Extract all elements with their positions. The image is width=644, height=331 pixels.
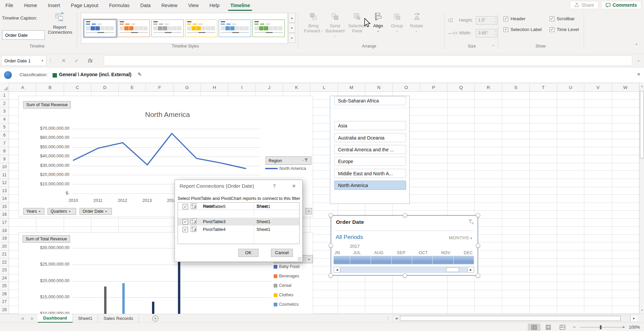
legend-field-button[interactable]: Region: [266, 156, 311, 165]
row-header[interactable]: 20: [0, 242, 9, 250]
tab-scroll-splitter[interactable]: ⋮: [386, 315, 390, 322]
gallery-more-button[interactable]: ▼: [288, 33, 295, 43]
column-header[interactable]: V: [584, 83, 612, 91]
row-header[interactable]: 26: [0, 290, 9, 298]
comments-button[interactable]: Comments: [601, 1, 641, 9]
vertical-scroll-thumb[interactable]: [640, 91, 644, 158]
sheet-tab[interactable]: Dashboard: [38, 314, 73, 323]
slicer-item[interactable]: Europe: [334, 157, 406, 166]
row-header[interactable]: 13: [0, 187, 9, 195]
column-header[interactable]: D: [91, 83, 119, 91]
resize-handle[interactable]: [329, 243, 333, 248]
row-header[interactable]: 3: [0, 108, 9, 116]
ribbon-tab[interactable]: Insert: [42, 0, 65, 11]
column-header[interactable]: L: [310, 83, 338, 91]
row-header[interactable]: 4: [0, 116, 9, 124]
slicer-item[interactable]: Australia and Oceania: [334, 133, 406, 142]
row-header[interactable]: 10: [0, 163, 9, 171]
timeline-style-1[interactable]: [84, 20, 116, 37]
row-header[interactable]: 17: [0, 219, 9, 227]
timeline-selected-range[interactable]: [334, 256, 474, 264]
axis-field-button-years[interactable]: Years▾: [23, 208, 44, 215]
scroll-down-icon[interactable]: ▼: [640, 307, 644, 314]
pivottable-row[interactable]: ✓ PivotTable3 Sheet1: [178, 218, 299, 225]
dialog-resize-grip[interactable]: [298, 257, 302, 261]
zoom-slider-thumb[interactable]: [600, 325, 602, 329]
name-box-caret-icon[interactable]: ▾: [41, 59, 43, 62]
scroll-up-icon[interactable]: ▲: [640, 83, 644, 90]
column-header[interactable]: I: [228, 83, 255, 91]
show-checkbox[interactable]: ✓ Selection Label: [503, 27, 550, 32]
timeline-style-3[interactable]: [151, 20, 184, 37]
column-header[interactable]: P: [420, 83, 447, 91]
insert-function-button[interactable]: fx: [84, 56, 96, 66]
order-date-timeline[interactable]: Order Date All Periods MONTHS ▾ 2017 JNJ…: [331, 215, 478, 276]
select-all-corner[interactable]: [0, 83, 9, 92]
row-header[interactable]: 27: [0, 298, 9, 306]
column-header[interactable]: W: [612, 83, 639, 91]
column-header[interactable]: S: [502, 83, 529, 91]
slicer-item[interactable]: Middle East and North A...: [334, 169, 406, 178]
show-checkbox[interactable]: ✓ Time Level: [550, 27, 579, 32]
row-header[interactable]: 18: [0, 227, 9, 235]
ok-button[interactable]: OK: [238, 249, 258, 257]
ribbon-tab[interactable]: Formulas: [104, 0, 135, 11]
timeline-scroll-left-icon[interactable]: ◀: [334, 267, 340, 273]
dialog-close-button[interactable]: ✕: [289, 182, 298, 190]
resize-handle[interactable]: [476, 243, 480, 248]
ribbon-tab[interactable]: Help: [204, 0, 225, 11]
page-layout-view-button[interactable]: [542, 324, 555, 331]
time-level-dropdown[interactable]: MONTHS ▾: [449, 235, 472, 240]
sheet-tab[interactable]: Sales Records: [98, 314, 139, 323]
column-header[interactable]: C: [64, 83, 91, 91]
horizontal-scrollbar[interactable]: ◀ ▶: [392, 315, 638, 322]
slicer-item[interactable]: North America: [334, 181, 406, 190]
zoom-slider[interactable]: [580, 327, 623, 328]
column-header[interactable]: E: [119, 83, 146, 91]
row-header[interactable]: 24: [0, 274, 9, 282]
formula-input[interactable]: [104, 56, 632, 66]
row-header[interactable]: 14: [0, 195, 9, 203]
pivottable-row[interactable]: ✓ PivotTable5 Sheet1: [178, 203, 299, 210]
row-header[interactable]: 16: [0, 211, 9, 219]
row-header[interactable]: 21: [0, 250, 9, 259]
gallery-down-button[interactable]: ▼: [288, 23, 295, 33]
resize-handle[interactable]: [329, 213, 333, 217]
row-header[interactable]: 1: [0, 92, 9, 100]
ribbon-tab[interactable]: View: [183, 0, 204, 11]
row-header[interactable]: 9: [0, 155, 9, 163]
ribbon-tab[interactable]: Home: [19, 0, 42, 11]
column-header[interactable]: G: [174, 83, 201, 91]
size-dialog-launcher[interactable]: ⌐: [493, 43, 495, 47]
ribbon-tab[interactable]: Page Layout: [65, 0, 103, 11]
row-header[interactable]: 25: [0, 282, 9, 290]
horizontal-scroll-thumb[interactable]: [400, 316, 621, 321]
dialog-help-button[interactable]: ?: [270, 182, 279, 190]
report-connections-button[interactable]: Report Connections: [48, 12, 71, 35]
sheet-nav-right-icon[interactable]: ▶: [28, 314, 37, 323]
resize-handle[interactable]: [403, 273, 407, 278]
row-checkbox[interactable]: ✓: [183, 204, 188, 209]
slicer-item[interactable]: Sub-Saharan Africa: [334, 96, 406, 105]
column-header[interactable]: K: [283, 83, 310, 91]
column-header[interactable]: M: [338, 83, 365, 91]
ribbon-tab[interactable]: Review: [156, 0, 183, 11]
column-header[interactable]: O: [393, 83, 420, 91]
timeline-style-6[interactable]: [252, 20, 285, 37]
row-header[interactable]: 2: [0, 100, 9, 108]
ribbon-tab[interactable]: Timeline: [225, 0, 255, 11]
axis-field-button-quarters[interactable]: Quarters▾: [48, 208, 76, 215]
row-header[interactable]: 19: [0, 235, 9, 243]
row-header[interactable]: 23: [0, 266, 9, 274]
timeline-caption-input[interactable]: [2, 30, 45, 40]
row-checkbox[interactable]: ✓: [183, 227, 188, 232]
zoom-in-button[interactable]: +: [622, 324, 625, 330]
page-break-view-button[interactable]: [556, 324, 569, 331]
axis-field-button-order-date[interactable]: Order Date▾: [80, 208, 112, 215]
show-checkbox[interactable]: ✓ Header: [503, 16, 550, 21]
resize-handle[interactable]: [329, 273, 333, 278]
scroll-right-icon[interactable]: ▶: [630, 315, 638, 321]
column-header[interactable]: H: [201, 83, 228, 91]
row-header[interactable]: 6: [0, 131, 9, 140]
pivottable-row[interactable]: ✓ PivotTable4 Sheet1: [178, 225, 299, 233]
